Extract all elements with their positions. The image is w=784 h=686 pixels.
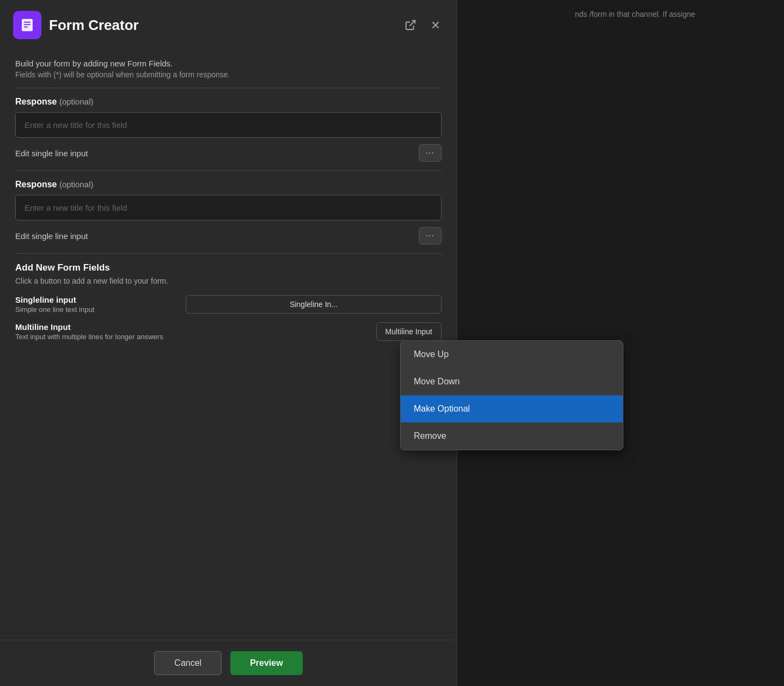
divider-1 (15, 88, 442, 88)
close-icon (430, 19, 442, 31)
add-fields-desc: Click a button to add a new field to you… (15, 277, 442, 285)
multiline-desc: Text input with multiple lines for longe… (15, 333, 376, 341)
optional-badge-2: (optional) (59, 180, 94, 189)
field-title-input-2[interactable] (15, 195, 442, 220)
add-fields-section: Add New Form Fields Click a button to ad… (15, 262, 442, 341)
cancel-button[interactable]: Cancel (154, 651, 222, 675)
preview-button[interactable]: Preview (230, 651, 302, 675)
background-text: nds /form in that channel. If assigne (566, 0, 784, 29)
modal-footer: Cancel Preview (0, 640, 457, 686)
singleline-name: Singleline input (15, 295, 186, 304)
modal-overlay: Form Creator Build your form by adding n… (0, 0, 457, 686)
svg-rect-2 (24, 24, 31, 25)
svg-line-4 (409, 21, 415, 26)
external-link-icon (405, 19, 416, 31)
multiline-info: Multiline Input Text input with multiple… (15, 322, 376, 341)
context-menu: Move Up Move Down Make Optional Remove (400, 340, 623, 450)
modal-title: Form Creator (49, 17, 395, 34)
context-menu-move-up[interactable]: Move Up (401, 341, 623, 368)
field-row-label-2: Edit single line input (15, 231, 88, 241)
singleline-info: Singleline input Simple one line text in… (15, 295, 186, 314)
field-label-2: Response (optional) (15, 180, 442, 189)
divider-3 (15, 253, 442, 254)
modal-header: Form Creator (0, 0, 457, 50)
divider-2 (15, 170, 442, 171)
optional-note: Fields with (*) will be optional when su… (15, 70, 442, 79)
svg-rect-3 (24, 27, 28, 28)
field-label-1: Response (optional) (15, 97, 442, 107)
multiline-field-row: Multiline Input Text input with multiple… (15, 322, 442, 341)
add-fields-title: Add New Form Fields (15, 262, 442, 273)
modal-body: Build your form by adding new Form Field… (0, 50, 457, 640)
app-icon (13, 11, 41, 39)
field-row-2: Edit single line input ··· (15, 227, 442, 244)
more-options-button-2[interactable]: ··· (419, 227, 442, 244)
field-section-1: Response (optional) Edit single line inp… (15, 97, 442, 162)
field-row-1: Edit single line input ··· (15, 144, 442, 162)
field-title-input-1[interactable] (15, 112, 442, 138)
external-link-button[interactable] (402, 17, 419, 33)
more-options-button-1[interactable]: ··· (419, 144, 442, 162)
description-text: Build your form by adding new Form Field… (15, 59, 442, 68)
context-menu-move-down[interactable]: Move Down (401, 368, 623, 395)
singleline-field-row: Singleline input Simple one line text in… (15, 295, 442, 314)
form-icon (19, 17, 35, 33)
add-multiline-button[interactable]: Multiline Input (376, 322, 442, 341)
context-menu-make-optional[interactable]: Make Optional (401, 395, 623, 422)
close-button[interactable] (427, 17, 444, 33)
field-section-2: Response (optional) Edit single line inp… (15, 180, 442, 244)
svg-rect-1 (24, 22, 31, 23)
header-actions (402, 17, 444, 33)
multiline-name: Multiline Input (15, 322, 376, 332)
add-singleline-button[interactable]: Singleline In... (186, 295, 442, 314)
context-menu-remove[interactable]: Remove (401, 422, 623, 450)
singleline-desc: Simple one line text input (15, 305, 186, 314)
optional-badge-1: (optional) (59, 97, 94, 106)
field-row-label-1: Edit single line input (15, 149, 88, 158)
